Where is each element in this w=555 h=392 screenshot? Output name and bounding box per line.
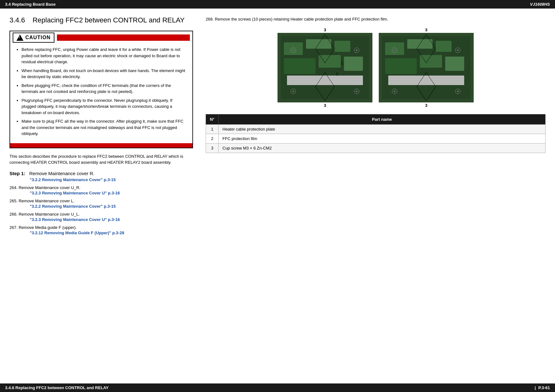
caution-item-4: Plug/unplug FFC perpendicularly to the c… bbox=[22, 97, 187, 116]
svg-point-41 bbox=[394, 49, 396, 51]
svg-point-17 bbox=[356, 49, 358, 51]
step1-link[interactable]: "3.2.2 Removing Maintenance Cover" p.3-1… bbox=[30, 177, 193, 182]
right-image-container: 3 bbox=[379, 28, 474, 108]
step-266-text: 266. Remove Maintenance cover U_L. bbox=[9, 212, 193, 217]
page-footer: 3.4.6 Replacing FFC2 between CONTROL and… bbox=[0, 383, 555, 392]
step-267-link[interactable]: "3.2.12 Removing Media Guide F (Upper)" … bbox=[30, 230, 193, 235]
caution-item-5: Make sure to plug FFC all the way in the… bbox=[22, 118, 187, 137]
svg-point-45 bbox=[394, 90, 396, 92]
table-cell-part-2: FFC protection film bbox=[219, 134, 546, 143]
step1-heading: Step 1: Remove Maintenance cover R. bbox=[9, 171, 193, 176]
caution-item-3: Before plugging FFC, check the condition… bbox=[22, 83, 187, 95]
table-header-part: Part name bbox=[219, 114, 546, 124]
step-264-text: 264. Remove Maintenance cover U_R. bbox=[9, 185, 193, 190]
step-268-desc: 268. Remove the screws (10 pieces) retai… bbox=[206, 16, 546, 22]
svg-rect-7 bbox=[344, 57, 363, 71]
footer-page: P.3-61 bbox=[538, 385, 550, 390]
caution-red-stripe bbox=[57, 34, 190, 41]
step-264-link[interactable]: "3.2.3 Removing Maintenance Cover U" p.3… bbox=[30, 191, 193, 195]
step1-container: Step 1: Remove Maintenance cover R. "3.2… bbox=[9, 171, 193, 182]
svg-rect-6 bbox=[319, 55, 341, 68]
img-left-top-label: 3 bbox=[278, 28, 372, 32]
svg-rect-30 bbox=[436, 41, 452, 52]
caution-item-2: When handling Board, do not touch on-boa… bbox=[22, 68, 187, 80]
right-image-svg bbox=[379, 33, 474, 102]
table-cell-part-3: Cup screw M3 × 6 Zn-CM2 bbox=[219, 143, 546, 153]
svg-rect-5 bbox=[284, 58, 315, 74]
img-right-bottom-label: 3 bbox=[379, 103, 474, 108]
caution-box: ! CAUTION Before replacing FFC, unplug P… bbox=[9, 31, 193, 148]
step1-label: Step 1: bbox=[9, 171, 25, 176]
svg-point-15 bbox=[292, 49, 294, 51]
page-header: 3.4 Replacing Board Base VJ1608HS bbox=[0, 0, 555, 9]
caution-badge: ! CAUTION bbox=[13, 33, 54, 43]
left-image: 1 2 bbox=[278, 33, 372, 102]
step-265-num: 265. bbox=[9, 199, 17, 203]
step-265-text: 265. Remove Maintenance cover L. bbox=[9, 199, 193, 203]
caution-list: Before replacing FFC, unplug Power cable… bbox=[15, 46, 187, 137]
header-left: 3.4 Replacing Board Base bbox=[5, 2, 56, 7]
table-row: 1 Heater cable protection plate bbox=[206, 124, 546, 134]
caution-item-1: Before replacing FFC, unplug Power cable… bbox=[22, 46, 187, 65]
steps-list: 264. Remove Maintenance cover U_R. "3.2.… bbox=[9, 185, 193, 235]
main-content: 3.4.6 Replacing FFC2 between CONTROL and… bbox=[0, 9, 555, 245]
table-cell-n-3: 3 bbox=[206, 143, 219, 153]
svg-point-21 bbox=[356, 90, 358, 92]
step-264-desc: Remove Maintenance cover U_R. bbox=[19, 185, 80, 190]
svg-point-19 bbox=[292, 90, 294, 92]
left-image-svg: 1 2 bbox=[278, 33, 372, 102]
svg-rect-4 bbox=[334, 41, 350, 52]
parts-table: N° Part name 1 Heater cable protection p… bbox=[206, 114, 546, 153]
step-264-num: 264. bbox=[9, 185, 17, 190]
caution-body: Before replacing FFC, unplug Power cable… bbox=[10, 44, 192, 142]
left-column: 3.4.6 Replacing FFC2 between CONTROL and… bbox=[9, 16, 193, 238]
step-265-desc: Remove Maintenance cover L. bbox=[19, 199, 74, 203]
step-267-text: 267. Remove Media guide F (upper). bbox=[9, 225, 193, 230]
footer-separator: | bbox=[535, 385, 536, 390]
right-column: 268. Remove the screws (10 pieces) retai… bbox=[206, 16, 546, 238]
left-image-container: 3 bbox=[278, 28, 372, 108]
images-area: 3 bbox=[206, 28, 546, 108]
step-266-desc: Remove Maintenance cover U_L. bbox=[19, 212, 80, 217]
step-266-num: 266. bbox=[9, 212, 17, 217]
table-row: 2 FFC protection film bbox=[206, 134, 546, 143]
img-left-bottom-label: 3 bbox=[278, 103, 372, 108]
step-267: 267. Remove Media guide F (upper). "3.2.… bbox=[9, 225, 193, 235]
section-heading: 3.4.6 Replacing FFC2 between CONTROL and… bbox=[9, 16, 193, 24]
section-number: 3.4.6 bbox=[9, 16, 25, 24]
caution-red-bar-bottom bbox=[10, 143, 192, 148]
step-266-link[interactable]: "3.2.3 Removing Maintenance Cover U" p.3… bbox=[30, 217, 193, 222]
caution-header-row: ! CAUTION bbox=[10, 31, 192, 44]
step-267-desc: Remove Media guide F (upper). bbox=[19, 225, 77, 230]
caution-triangle-icon: ! bbox=[16, 34, 23, 41]
svg-rect-31 bbox=[385, 58, 417, 74]
svg-rect-32 bbox=[420, 55, 442, 68]
footer-right: | P.3-61 bbox=[535, 385, 550, 390]
step-264: 264. Remove Maintenance cover U_R. "3.2.… bbox=[9, 185, 193, 195]
caution-label: CAUTION bbox=[25, 35, 51, 40]
step-265-link[interactable]: "3.2.2 Removing Maintenance Cover" p.3-1… bbox=[30, 204, 193, 209]
right-image bbox=[379, 33, 474, 102]
svg-rect-28 bbox=[385, 42, 404, 55]
table-header-n: N° bbox=[206, 114, 219, 124]
svg-rect-2 bbox=[284, 42, 303, 55]
step-267-num: 267. bbox=[9, 225, 17, 230]
section-description: This section describes the procedure to … bbox=[9, 153, 193, 166]
table-cell-n-1: 1 bbox=[206, 124, 219, 134]
svg-point-47 bbox=[457, 90, 459, 92]
section-title: Replacing FFC2 between CONTROL and RELAY bbox=[33, 16, 185, 24]
table-cell-n-2: 2 bbox=[206, 134, 219, 143]
svg-point-43 bbox=[457, 49, 459, 51]
svg-text:1: 1 bbox=[341, 61, 343, 65]
table-cell-part-1: Heater cable protection plate bbox=[219, 124, 546, 134]
svg-text:2: 2 bbox=[336, 72, 338, 77]
img-right-top-label: 3 bbox=[379, 28, 474, 32]
step-266: 266. Remove Maintenance cover U_L. "3.2.… bbox=[9, 212, 193, 222]
footer-left: 3.4.6 Replacing FFC2 between CONTROL and… bbox=[5, 385, 109, 390]
table-row: 3 Cup screw M3 × 6 Zn-CM2 bbox=[206, 143, 546, 153]
svg-rect-33 bbox=[445, 57, 464, 71]
step-265: 265. Remove Maintenance cover L. "3.2.2 … bbox=[9, 199, 193, 209]
header-right: VJ1608HS bbox=[530, 2, 550, 7]
step1-title: Remove Maintenance cover R. bbox=[29, 171, 95, 176]
